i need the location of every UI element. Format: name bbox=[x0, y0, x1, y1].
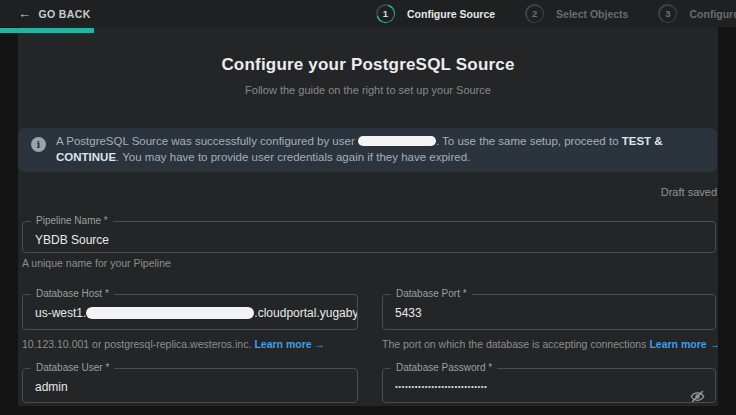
step-3-ring-icon: 3 bbox=[658, 4, 677, 23]
configure-source-panel: Configure your PostgreSQL Source Follow … bbox=[18, 27, 718, 406]
step-2-ring-icon: 2 bbox=[525, 4, 544, 23]
redacted-user-pill bbox=[358, 136, 436, 146]
database-user-label: Database User * bbox=[31, 363, 114, 373]
database-port-field[interactable]: Database Port * 5433 bbox=[382, 289, 716, 330]
database-host-field[interactable]: Database Host * us-west1..cloudportal.yu… bbox=[22, 289, 358, 330]
arrow-right-icon: → bbox=[710, 338, 721, 350]
wizard-stepper: 1 Configure Source 2 Select Objects 3 Co… bbox=[376, 0, 736, 27]
page-title: Configure your PostgreSQL Source bbox=[18, 55, 718, 75]
info-banner: i A PostgreSQL Source was successfully c… bbox=[18, 128, 717, 172]
step-select-objects[interactable]: 2 Select Objects bbox=[525, 4, 628, 23]
top-bar: ← GO BACK 1 Configure Source 2 Select Ob… bbox=[0, 0, 736, 27]
draft-saved-status: Draft saved bbox=[661, 186, 717, 198]
arrow-right-icon: → bbox=[315, 338, 326, 350]
info-icon: i bbox=[31, 137, 46, 152]
step-3-label: Configure Destination bbox=[689, 8, 736, 20]
pipeline-name-field[interactable]: Pipeline Name * YBDB Source bbox=[22, 216, 716, 253]
pipeline-name-input[interactable]: YBDB Source bbox=[23, 226, 715, 247]
go-back-label: GO BACK bbox=[38, 8, 90, 20]
go-back-button[interactable]: ← GO BACK bbox=[18, 0, 91, 27]
database-host-label: Database Host * bbox=[31, 289, 114, 299]
database-host-helper: 10.123.10.001 or postgresql-replica.west… bbox=[22, 338, 325, 350]
database-user-field[interactable]: Database User * admin bbox=[22, 363, 358, 403]
progress-bar-fill bbox=[0, 28, 94, 33]
database-port-helper: The port on which the database is accept… bbox=[382, 338, 720, 350]
password-visibility-toggle-icon[interactable] bbox=[690, 389, 705, 404]
database-host-input[interactable]: us-west1..cloudportal.yugabyte.com bbox=[23, 299, 357, 320]
step-2-label: Select Objects bbox=[556, 8, 628, 20]
step-1-label: Configure Source bbox=[407, 8, 495, 20]
step-configure-source[interactable]: 1 Configure Source bbox=[376, 4, 495, 23]
pipeline-name-label: Pipeline Name * bbox=[31, 216, 113, 226]
banner-text: A PostgreSQL Source was successfully con… bbox=[56, 134, 704, 166]
redacted-host-pill bbox=[86, 307, 254, 319]
pipeline-name-helper: A unique name for your Pipeline bbox=[22, 257, 171, 269]
page-subtitle: Follow the guide on the right to set up … bbox=[18, 84, 718, 96]
step-configure-destination[interactable]: 3 Configure Destination bbox=[658, 4, 736, 23]
host-learn-more-link[interactable]: Learn more → bbox=[254, 338, 325, 350]
database-port-label: Database Port * bbox=[391, 289, 472, 299]
database-password-field[interactable]: Database Password * ••••••••••••••••••••… bbox=[382, 363, 716, 403]
database-user-input[interactable]: admin bbox=[23, 373, 357, 394]
port-learn-more-link[interactable]: Learn more → bbox=[649, 338, 720, 350]
back-arrow-icon: ← bbox=[18, 7, 31, 20]
database-port-input[interactable]: 5433 bbox=[383, 299, 715, 320]
step-1-ring-icon: 1 bbox=[376, 4, 395, 23]
masked-password-value: •••••••••••••••••••••••••••• bbox=[395, 382, 487, 391]
database-password-input[interactable]: •••••••••••••••••••••••••••• bbox=[383, 373, 715, 394]
database-password-label: Database Password * bbox=[391, 363, 497, 373]
